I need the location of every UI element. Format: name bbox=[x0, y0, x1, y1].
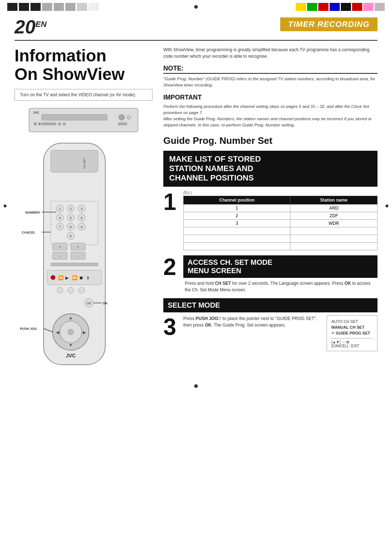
swatch-black bbox=[341, 3, 351, 11]
step1-header-text: MAKE LIST OF STORED STATION NAMES AND CH… bbox=[169, 154, 372, 183]
remote-svg: CH SET 1 2 3 4 5 6 bbox=[15, 139, 138, 379]
remote-container: CH SET 1 2 3 4 5 6 bbox=[15, 139, 138, 381]
page-content: 20EN TIMER RECORDING InformationOn ShowV… bbox=[0, 14, 392, 395]
svg-point-9 bbox=[34, 122, 37, 125]
sq5 bbox=[54, 3, 64, 11]
svg-text:▶: ▶ bbox=[65, 275, 69, 280]
table-row: 3WDR bbox=[184, 219, 377, 227]
step3-container: SELECT MODE 3 Press PUSH JOG▽ to place t… bbox=[163, 298, 377, 351]
bottom-registration-dot bbox=[194, 384, 198, 388]
table-row: 1ARD bbox=[184, 204, 377, 212]
svg-point-10 bbox=[38, 122, 41, 125]
step2-title: ACCESS CH. SET MODEMENU SCREEN bbox=[183, 255, 377, 278]
svg-rect-6 bbox=[58, 122, 61, 125]
swatch-green bbox=[307, 3, 317, 11]
top-bar bbox=[0, 0, 392, 14]
sq2 bbox=[19, 3, 29, 11]
svg-text:+: + bbox=[59, 245, 61, 249]
step1-header: MAKE LIST OF STORED STATION NAMES AND CH… bbox=[163, 151, 377, 187]
step3-content: Press PUSH JOG▽ to place the pointer nex… bbox=[183, 315, 377, 351]
step3-menu-box: AUTO CH SET MANUAL CH SET ☞ GUIDE PROG S… bbox=[327, 315, 377, 351]
svg-text:NUMBER: NUMBER bbox=[25, 211, 40, 214]
guide-prog-number-title: Guide Prog. Number Set bbox=[163, 135, 377, 146]
menu-item-auto-ch-set: AUTO CH SET bbox=[331, 319, 373, 324]
left-column: InformationOn ShowView Turn on the TV an… bbox=[15, 46, 152, 381]
intro-text: With ShowView, timer programming is grea… bbox=[163, 46, 377, 60]
right-registration-dot bbox=[385, 204, 388, 207]
svg-text:6: 6 bbox=[81, 216, 82, 220]
svg-text:⏩: ⏩ bbox=[72, 275, 77, 280]
svg-text:+: + bbox=[77, 245, 79, 249]
top-bar-color-swatches bbox=[296, 3, 385, 11]
sq7 bbox=[77, 3, 87, 11]
svg-rect-47 bbox=[51, 263, 98, 266]
svg-point-69 bbox=[68, 329, 74, 335]
svg-point-55 bbox=[51, 275, 55, 280]
svg-text:0: 0 bbox=[70, 234, 72, 238]
svg-text:2: 2 bbox=[70, 207, 72, 211]
sq6 bbox=[65, 3, 75, 11]
svg-rect-8 bbox=[118, 122, 127, 125]
table-row bbox=[184, 227, 377, 235]
svg-point-3 bbox=[119, 114, 124, 120]
step1-container: MAKE LIST OF STORED STATION NAMES AND CH… bbox=[163, 151, 377, 250]
svg-point-4 bbox=[127, 116, 131, 119]
step2-text: Press and hold CH SET for over 2 seconds… bbox=[183, 280, 377, 293]
svg-text:◀: ◀ bbox=[56, 330, 60, 335]
svg-text:9: 9 bbox=[81, 225, 82, 229]
svg-text:−: − bbox=[59, 254, 61, 258]
left-registration-dot bbox=[4, 204, 7, 207]
sq4 bbox=[42, 3, 52, 11]
table-row bbox=[184, 242, 377, 250]
menu-cancel-line: [▲▼] → ⊠ [CANCEL] : EXIT bbox=[331, 338, 373, 348]
page-header: 20EN TIMER RECORDING bbox=[15, 17, 377, 36]
svg-text:⏪: ⏪ bbox=[58, 275, 64, 280]
svg-text:5: 5 bbox=[70, 216, 72, 220]
step2-number: 2 bbox=[163, 255, 180, 293]
swatch-pink bbox=[363, 3, 373, 11]
note-text: "Guide Prog. Number" (GUIDE PROG) refers… bbox=[163, 76, 377, 89]
top-center-dot bbox=[194, 5, 198, 9]
svg-text:8: 8 bbox=[70, 225, 72, 229]
svg-text:4: 4 bbox=[59, 216, 61, 220]
sq3 bbox=[30, 3, 41, 11]
svg-text:⏹: ⏹ bbox=[79, 275, 83, 280]
svg-text:OK: OK bbox=[103, 301, 108, 305]
page-number: 20EN bbox=[15, 17, 46, 36]
two-column-layout: InformationOn ShowView Turn on the TV an… bbox=[15, 46, 377, 381]
channel-table-wrap: (Ex.) Channel position Station name 1ARD bbox=[183, 190, 377, 250]
menu-item-guide-prog-set: ☞ GUIDE PROG SET bbox=[331, 330, 373, 336]
svg-text:3: 3 bbox=[81, 207, 82, 211]
vcr-image-container: JVC bbox=[15, 106, 152, 134]
svg-text:OK: OK bbox=[86, 301, 91, 305]
vcr-drawing: JVC bbox=[27, 106, 140, 134]
step3-title: SELECT MODE bbox=[163, 298, 377, 312]
svg-text:−: − bbox=[77, 254, 79, 258]
important-title: IMPORTANT bbox=[163, 94, 377, 101]
svg-text:CH SET: CH SET bbox=[83, 158, 86, 169]
table-row: 2ZDF bbox=[184, 212, 377, 219]
main-title: InformationOn ShowView bbox=[15, 46, 152, 83]
important-section: IMPORTANT Perform the following procedur… bbox=[163, 94, 377, 129]
top-bar-left-squares bbox=[7, 3, 99, 11]
col-station-name: Station name bbox=[290, 196, 377, 204]
step2-container: 2 ACCESS CH. SET MODEMENU SCREEN Press a… bbox=[163, 255, 377, 293]
ex-label: (Ex.) bbox=[183, 190, 377, 195]
svg-text:⏸: ⏸ bbox=[86, 275, 90, 280]
step3-content-row: 3 Press PUSH JOG▽ to place the pointer n… bbox=[163, 315, 377, 351]
svg-rect-7 bbox=[63, 122, 66, 125]
svg-rect-12 bbox=[51, 150, 98, 172]
svg-text:PUSH JOG: PUSH JOG bbox=[20, 327, 37, 331]
svg-text:7: 7 bbox=[59, 225, 61, 229]
header-divider bbox=[15, 40, 377, 41]
svg-rect-5 bbox=[42, 122, 56, 125]
svg-text:JVC: JVC bbox=[66, 353, 75, 358]
swatch-blue bbox=[330, 3, 340, 11]
swatch-gray bbox=[375, 3, 385, 11]
col-channel-position: Channel position bbox=[184, 196, 290, 204]
right-column: With ShowView, timer programming is grea… bbox=[163, 46, 377, 381]
svg-text:JVC: JVC bbox=[33, 111, 40, 114]
svg-text:▼: ▼ bbox=[69, 343, 73, 348]
swatch-red bbox=[318, 3, 328, 11]
step3-text: Press PUSH JOG▽ to place the pointer nex… bbox=[183, 315, 323, 351]
